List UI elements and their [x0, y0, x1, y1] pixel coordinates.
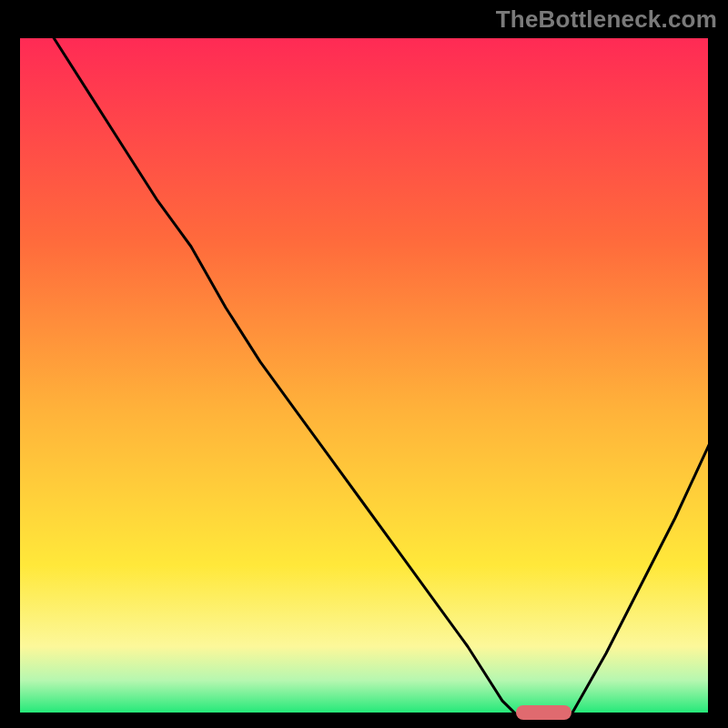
chart-frame	[18, 36, 710, 714]
bottleneck-chart	[18, 36, 710, 714]
watermark-text: TheBottleneck.com	[496, 5, 717, 34]
optimal-range-marker	[516, 705, 571, 720]
chart-background	[18, 36, 710, 714]
